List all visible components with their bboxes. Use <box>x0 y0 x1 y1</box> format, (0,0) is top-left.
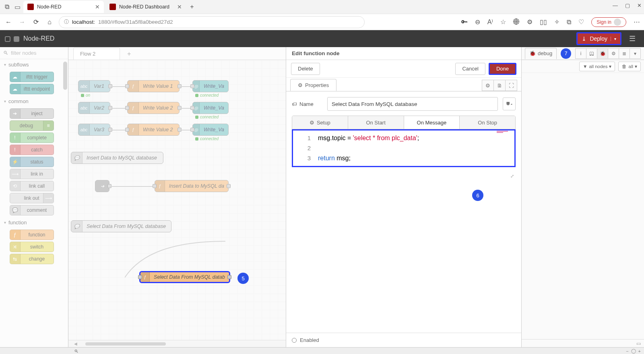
palette-node-complete[interactable]: !complete <box>10 132 54 143</box>
palette-node-link-out[interactable]: link out⟶ <box>10 193 54 203</box>
palette-filter[interactable]: 🔍︎ filter nodes <box>0 47 68 59</box>
home-icon[interactable]: ⌂ <box>45 18 54 27</box>
site-info-icon[interactable]: ⓘ <box>64 19 69 25</box>
tab-on-message[interactable]: On Message <box>404 116 460 129</box>
cancel-button[interactable]: Cancel <box>455 63 485 75</box>
flow-tab[interactable]: Flow 2 <box>73 48 120 60</box>
split-icon[interactable]: ▯▯ <box>540 18 547 26</box>
zoom-reset-icon[interactable]: ◯ <box>631 348 636 354</box>
key-icon[interactable]: 🔑︎ <box>461 19 468 26</box>
sidebar-help-icon[interactable]: 🕮 <box>586 48 597 59</box>
tab-setup[interactable]: ⚙Setup <box>292 116 348 129</box>
node-var1[interactable]: abcVar1 on <box>78 80 110 92</box>
node-inject[interactable]: ➔ <box>95 180 109 192</box>
favorite-icon[interactable]: ☆ <box>500 18 506 26</box>
palette-node-status[interactable]: ⚡status <box>10 157 54 167</box>
palette-node-ifttt-trigger[interactable]: ☁ifttt trigger <box>10 72 54 82</box>
palette-node-function[interactable]: ƒfunction <box>10 230 54 240</box>
close-icon[interactable]: ✕ <box>637 2 642 8</box>
tab-actions-icon[interactable]: ▭ <box>13 2 22 11</box>
back-icon[interactable]: ← <box>4 18 13 27</box>
sidebar-debug-icon[interactable]: 🐞 <box>597 48 608 59</box>
menu-icon[interactable]: ☰ <box>625 32 639 45</box>
category-function[interactable]: ▾function <box>0 217 63 228</box>
collections-icon[interactable]: ⧉ <box>567 19 571 26</box>
workspaces-icon[interactable]: ⧉ <box>2 2 11 11</box>
category-subflows[interactable]: ▾subflows <box>0 59 63 70</box>
node-write-value-2b[interactable]: ƒWrite Value 2 <box>127 124 180 136</box>
flow-canvas[interactable]: abcVar1 on ƒWrite Value 1 ◎Write_Va conn… <box>68 60 286 340</box>
zoom-out-icon[interactable]: − <box>626 349 628 354</box>
node-var2[interactable]: abcVar2 <box>78 102 110 114</box>
node-write-var-a[interactable]: ◎Write_Va connected <box>192 80 229 92</box>
more-icon[interactable]: ⋯ <box>634 18 640 26</box>
debug-messages[interactable] <box>522 73 644 339</box>
node-description-icon[interactable]: 🗎 <box>493 80 506 91</box>
search-icon[interactable]: 🔍︎ <box>74 349 78 354</box>
zoom-in-icon[interactable]: + <box>638 349 641 354</box>
palette-node-switch[interactable]: ⤨switch <box>10 242 54 252</box>
sidebar-info-icon[interactable]: i <box>575 48 586 59</box>
category-common[interactable]: ▾common <box>0 96 63 107</box>
favorites-bar-icon[interactable]: ✧ <box>554 18 559 26</box>
sidebar-config-icon[interactable]: ⚙ <box>608 48 619 59</box>
deploy-button[interactable]: ⤓ Deploy ▾ <box>576 32 621 45</box>
node-write-var-b[interactable]: ◎Write_Va connected <box>192 102 229 114</box>
extensions-icon[interactable]: ⚙ <box>527 18 533 26</box>
enabled-radio[interactable] <box>292 338 297 343</box>
minimize-icon[interactable]: — <box>613 2 618 8</box>
node-insert-comment[interactable]: 💬Insert Data to MySQL database <box>71 152 163 164</box>
debug-filter[interactable]: ▼all nodes▾ <box>579 62 615 71</box>
read-aloud-icon[interactable]: A⁾ <box>487 18 493 26</box>
node-var3[interactable]: abcVar3 <box>78 124 110 136</box>
node-select-fn[interactable]: ƒSelect Data From MySQL datab <box>139 271 230 283</box>
browser-tab-dashboard[interactable]: Node-RED Dashboard ✕ <box>105 1 186 13</box>
zoom-icon[interactable]: ⊖ <box>475 18 480 26</box>
url-input[interactable]: ⓘ localhost:1880/#flow/31a5f8a0beed27d2 <box>59 16 365 28</box>
palette-node-debug[interactable]: debug≡ <box>10 120 54 131</box>
sidebar-more-icon[interactable]: ▾ <box>630 48 641 59</box>
palette-node-catch[interactable]: !catch <box>10 145 54 155</box>
signin-button[interactable]: Sign in <box>591 17 626 27</box>
open-window-icon[interactable]: ▭ <box>636 341 641 346</box>
palette-node-link-call[interactable]: ⟲link call <box>10 181 54 191</box>
palette-node-ifttt-endpoint[interactable]: ☁ifttt endpoint <box>10 84 54 94</box>
node-appearance-icon[interactable]: ⛶ <box>505 80 517 91</box>
tab-debug[interactable]: 🐞debug <box>525 48 557 59</box>
performance-icon[interactable]: ♡ <box>578 18 584 26</box>
node-settings-icon[interactable]: ⚙ <box>482 80 494 91</box>
refresh-icon[interactable]: ⟳ <box>31 18 40 27</box>
tab-close-icon[interactable]: ✕ <box>177 4 182 10</box>
code-editor[interactable]: 123 msg.topic = 'select * from plc_data'… <box>292 129 516 167</box>
palette-node-link-in[interactable]: ⟶link in <box>10 169 54 179</box>
node-write-value-1[interactable]: ƒWrite Value 1 <box>127 80 180 92</box>
palette-node-inject[interactable]: ➔inject <box>10 108 54 119</box>
tab-on-start[interactable]: On Start <box>348 116 404 129</box>
globe-icon[interactable]: 🌐︎ <box>513 19 520 26</box>
maximize-icon[interactable]: ▢ <box>625 2 630 8</box>
tab-properties[interactable]: ⚙Properties <box>290 79 336 91</box>
new-tab-icon[interactable]: + <box>188 2 196 11</box>
code-area[interactable]: ⤢ 6 <box>292 172 516 333</box>
browser-tab-nodered[interactable]: Node-RED ✕ <box>23 1 104 13</box>
tab-close-icon[interactable]: ✕ <box>95 4 100 10</box>
node-write-var-c[interactable]: ◎Write_Va connected <box>192 124 229 136</box>
done-button[interactable]: Done <box>489 63 516 75</box>
palette-node-change[interactable]: ⇆change <box>10 254 54 264</box>
delete-button[interactable]: Delete <box>291 63 320 75</box>
palette-scrollbar[interactable] <box>63 62 67 90</box>
node-write-value-2[interactable]: ƒWrite Value 2 <box>127 102 180 114</box>
chevron-left-icon[interactable]: ◀ <box>74 342 77 346</box>
workspace-hscrollbar[interactable] <box>85 342 166 346</box>
palette-node-comment[interactable]: 💬comment <box>10 205 54 215</box>
deploy-dropdown-icon[interactable]: ▾ <box>611 37 616 41</box>
env-button[interactable]: ⛊▾ <box>503 97 516 110</box>
tab-on-stop[interactable]: On Stop <box>460 116 515 129</box>
code-tabs: ⚙Setup On Start On Message On Stop <box>292 116 516 129</box>
node-insert-fn[interactable]: ƒInsert Data to MySQL da <box>155 180 229 192</box>
sidebar-context-icon[interactable]: ≣ <box>619 48 630 59</box>
node-select-comment[interactable]: 💬Select Data From MySQL database <box>71 220 171 232</box>
debug-clear[interactable]: 🗑all▾ <box>618 62 641 71</box>
expand-icon[interactable]: ⤢ <box>510 174 514 179</box>
name-input[interactable] <box>327 97 498 111</box>
